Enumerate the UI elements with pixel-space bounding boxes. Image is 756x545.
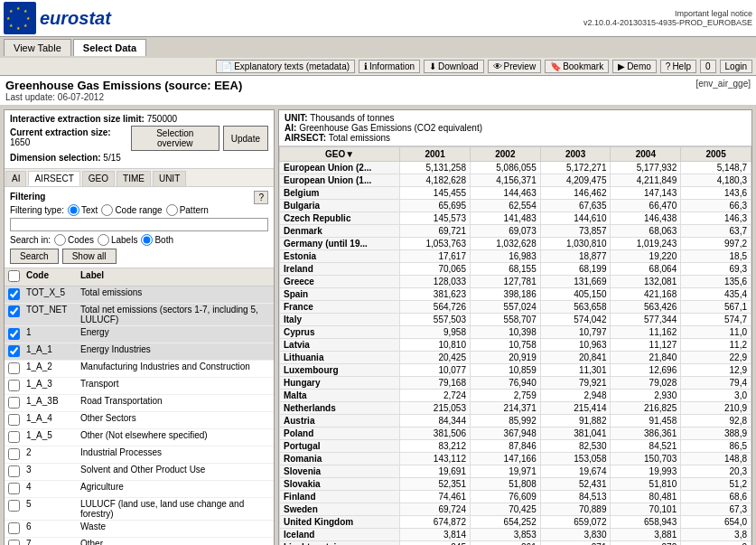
user-button[interactable]: 0 [700, 60, 716, 73]
val-2004: 79,028 [611, 377, 681, 390]
code-checkbox[interactable] [8, 345, 20, 357]
code-checkbox[interactable] [8, 328, 20, 340]
tab-ai[interactable]: AI [5, 171, 26, 186]
code-row: 1_A_1 Energy Industries [5, 343, 274, 361]
code-checkbox[interactable] [8, 448, 20, 460]
code-checkbox[interactable] [8, 522, 20, 534]
code-value: TOT_NET [26, 305, 80, 315]
code-checkbox[interactable] [8, 540, 20, 545]
val-2002: 214,371 [471, 402, 541, 415]
val-2005: 92,8 [681, 415, 751, 428]
code-row: 7 Other [5, 538, 274, 545]
preview-button[interactable]: 👁 Preview [488, 60, 542, 73]
filter-help-button[interactable]: ? [254, 191, 268, 204]
code-checkbox[interactable] [8, 305, 20, 317]
label-col-header: Label [80, 270, 270, 284]
bookmark-button[interactable]: 🔖 Bookmark [545, 60, 609, 73]
code-checkbox[interactable] [8, 380, 20, 391]
val-2004: 146,438 [611, 212, 681, 225]
select-all-checkbox[interactable] [8, 270, 20, 282]
code-label: Other (Not elsewhere specified) [80, 430, 270, 440]
year-2005-header[interactable]: 2005 [681, 147, 751, 162]
code-checkbox[interactable] [8, 288, 20, 300]
tab-select-data[interactable]: Select Data [73, 39, 146, 56]
code-row: TOT_X_5 Total emissions [5, 287, 274, 304]
code-checkbox[interactable] [8, 414, 20, 426]
val-2003: 146,462 [540, 187, 611, 200]
val-2001: 3,814 [400, 529, 471, 541]
login-button[interactable]: Login [720, 60, 752, 73]
explanatory-texts-button[interactable]: 📄 Explanatory texts (metadata) [216, 60, 355, 73]
help-button[interactable]: ? Help [660, 60, 696, 73]
code-checkbox[interactable] [8, 500, 20, 512]
geo-cell: Slovenia [280, 465, 400, 478]
val-2001: 69,721 [400, 225, 471, 238]
filter-type-coderange[interactable]: Code range [101, 204, 162, 216]
geo-header[interactable]: GEO▼ [280, 147, 400, 162]
tab-time[interactable]: TIME [117, 171, 151, 186]
tab-view-table[interactable]: View Table [4, 39, 71, 56]
table-row: Cyprus 9,958 10,398 10,797 11,162 11,0 [280, 326, 751, 339]
val-2005: 574,7 [681, 314, 751, 326]
code-label: Transport [80, 379, 270, 389]
update-button[interactable]: Update [223, 126, 268, 151]
code-row: 1 Energy [5, 326, 274, 343]
tab-geo[interactable]: GEO [82, 171, 115, 186]
val-2004: 150,703 [611, 453, 681, 465]
code-label: Energy [80, 327, 270, 337]
val-2003: 52,431 [540, 478, 611, 491]
year-2002-header[interactable]: 2002 [471, 147, 541, 162]
information-button[interactable]: ℹ Information [359, 60, 420, 73]
code-checkbox[interactable] [8, 362, 20, 374]
geo-cell: Cyprus [280, 326, 400, 339]
search-button[interactable]: Search [10, 249, 59, 264]
filter-type-text[interactable]: Text [68, 204, 98, 216]
geo-cell: Czech Republic [280, 212, 400, 225]
val-2004: 563,426 [611, 301, 681, 314]
table-row: Romania 143,112 147,166 153,058 150,703 … [280, 453, 751, 465]
search-in-codes[interactable]: Codes [54, 234, 94, 246]
val-2002: 76,609 [471, 491, 541, 503]
table-row: European Union (1... 4,182,628 4,156,371… [280, 174, 751, 187]
filter-type-pattern[interactable]: Pattern [166, 204, 209, 216]
code-checkbox[interactable] [8, 465, 20, 477]
val-2002: 19,971 [471, 465, 541, 478]
val-2004: 68,064 [611, 263, 681, 276]
val-2003: 84,513 [540, 491, 611, 503]
val-2004: 70,101 [611, 503, 681, 516]
year-2001-header[interactable]: 2001 [400, 147, 471, 162]
year-2004-header[interactable]: 2004 [611, 147, 681, 162]
val-2004: 19,220 [611, 250, 681, 263]
table-row: Greece 128,033 127,781 131,669 132,081 1… [280, 276, 751, 288]
inner-tabs: AI AIRSECT GEO TIME UNIT [5, 169, 274, 187]
geo-cell: Liechtenstein [280, 541, 400, 546]
search-in-labels[interactable]: Labels [98, 234, 137, 246]
table-row: Liechtenstein 245 261 271 272 2 [280, 541, 751, 546]
geo-cell: Spain [280, 288, 400, 301]
search-in-both[interactable]: Both [141, 234, 173, 246]
code-row: 1_A_3B Road Transportation [5, 395, 274, 412]
val-2003: 82,530 [540, 440, 611, 453]
code-checkbox[interactable] [8, 431, 20, 443]
code-checkbox[interactable] [8, 483, 20, 494]
year-2003-header[interactable]: 2003 [540, 147, 611, 162]
demo-button[interactable]: ▶ Demo [612, 60, 657, 73]
val-2005: 997,2 [681, 238, 751, 250]
code-value: 3 [26, 465, 80, 475]
data-table-wrap[interactable]: GEO▼ 2001 2002 2003 2004 2005 European U… [279, 146, 751, 545]
val-2004: 421,168 [611, 288, 681, 301]
geo-cell: United Kingdom [280, 516, 400, 529]
val-2001: 381,623 [400, 288, 471, 301]
tab-unit[interactable]: UNIT [153, 171, 186, 186]
val-2003: 2,948 [540, 390, 611, 402]
val-2002: 144,463 [471, 187, 541, 200]
table-row: Ireland 70,065 68,155 68,199 68,064 69,3 [280, 263, 751, 276]
download-button[interactable]: ⬇ Download [424, 60, 483, 73]
page-title: Greenhouse Gas Emissions (source: EEA) [5, 79, 242, 92]
tab-airsect[interactable]: AIRSECT [28, 171, 79, 186]
code-checkbox[interactable] [8, 397, 20, 409]
val-2001: 145,455 [400, 187, 471, 200]
selection-overview-button[interactable]: Selection overview [131, 126, 219, 151]
show-all-button[interactable]: Show all [62, 249, 117, 264]
search-input[interactable] [10, 218, 268, 231]
